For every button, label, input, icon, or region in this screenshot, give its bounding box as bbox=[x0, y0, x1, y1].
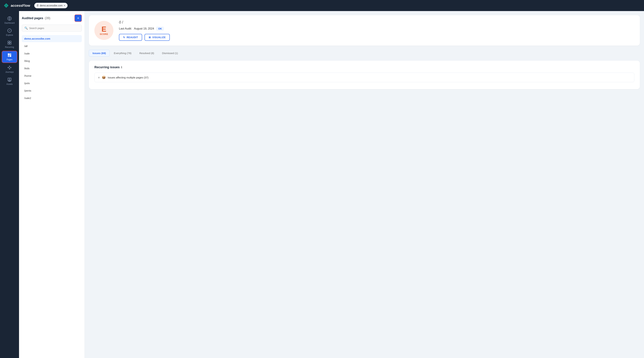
page-item-polo[interactable]: /polo bbox=[22, 80, 82, 87]
section-title: Recurring issues ℹ bbox=[94, 65, 634, 69]
pages-panel: Audited pages (39) + 🔍 demo.accessibe.co… bbox=[19, 11, 85, 358]
svg-point-21 bbox=[8, 67, 8, 68]
tab-label: Everything (78) bbox=[114, 52, 132, 55]
svg-rect-12 bbox=[8, 41, 9, 42]
page-item-kids[interactable]: /kids bbox=[22, 65, 82, 72]
sidebar-item-label: Explore bbox=[6, 34, 13, 36]
pages-header: Audited pages (39) + bbox=[22, 14, 82, 22]
domain-icon: ő bbox=[37, 4, 38, 7]
ok-badge: OK bbox=[156, 27, 164, 31]
page-path: /all bbox=[24, 44, 28, 47]
plus-icon: + bbox=[77, 16, 79, 20]
journeys-icon bbox=[7, 65, 12, 70]
sidebar: Dashboard Explore Recurring Pages bbox=[0, 11, 19, 358]
svg-rect-17 bbox=[8, 53, 10, 55]
page-item-sale[interactable]: /sale bbox=[22, 50, 82, 57]
last-audit-date: August 19, 2024 bbox=[134, 27, 154, 30]
tabs-bar: Issues (69) Everything (78) Resolved (8)… bbox=[89, 50, 640, 56]
sidebar-item-journeys[interactable]: Journeys bbox=[2, 64, 17, 75]
explore-icon bbox=[7, 28, 12, 33]
reaudit-button[interactable]: ↻ REAUDIT bbox=[119, 34, 142, 41]
tab-resolved[interactable]: Resolved (8) bbox=[136, 50, 158, 56]
topbar: accessFlow ő demo.accessibe.com ▾ bbox=[0, 0, 644, 11]
pages-icon bbox=[7, 53, 12, 57]
page-path: /blog bbox=[24, 59, 30, 62]
tab-issues[interactable]: Issues (69) bbox=[89, 50, 110, 56]
assets-icon bbox=[7, 77, 12, 82]
tab-everything[interactable]: Everything (78) bbox=[110, 50, 135, 56]
svg-rect-14 bbox=[8, 43, 9, 44]
page-path: /polo bbox=[24, 82, 30, 85]
issue-group-header[interactable]: ∨ 📦 Issues affecting multiple pages (37) bbox=[98, 75, 631, 79]
pages-count: (39) bbox=[45, 16, 50, 20]
svg-point-23 bbox=[10, 67, 11, 68]
audit-line: Last Audit: August 19, 2024 OK bbox=[119, 27, 634, 31]
svg-rect-19 bbox=[8, 55, 9, 57]
pages-list: demo.accessibe.com /all /sale /blog /kid… bbox=[22, 35, 82, 102]
tab-label: Issues (69) bbox=[92, 52, 106, 55]
issue-group-title: Issues affecting multiple pages (37) bbox=[108, 76, 148, 79]
tab-label: Dismissed (1) bbox=[162, 52, 178, 55]
recurring-issues-label: Recurring issues bbox=[94, 65, 120, 69]
sidebar-item-label: Dashboard bbox=[4, 22, 15, 24]
svg-point-32 bbox=[9, 79, 10, 80]
sidebar-item-pages[interactable]: Pages bbox=[2, 51, 17, 63]
logo-area: accessFlow bbox=[4, 3, 30, 8]
visualize-button[interactable]: ⊞ VISUALIZE bbox=[144, 34, 170, 41]
page-item-pents[interactable]: /pents bbox=[22, 87, 82, 94]
score-path: ő / bbox=[119, 20, 634, 24]
score-card: E SCORE ő / Last Audit: August 19, 2024 … bbox=[89, 15, 640, 46]
svg-rect-20 bbox=[10, 55, 11, 57]
sidebar-item-label: Recurring bbox=[5, 46, 14, 48]
svg-marker-7 bbox=[9, 30, 10, 31]
chevron-down-icon: ∨ bbox=[98, 76, 100, 79]
issue-group-icon: 📦 bbox=[102, 75, 106, 79]
search-input[interactable] bbox=[29, 27, 79, 29]
score-label: SCORE bbox=[100, 33, 108, 35]
sidebar-item-label: Journeys bbox=[5, 71, 14, 73]
last-audit-label: Last Audit: bbox=[119, 27, 132, 30]
score-circle: E SCORE bbox=[94, 21, 114, 40]
svg-rect-15 bbox=[10, 43, 11, 44]
search-icon: 🔍 bbox=[24, 26, 28, 30]
page-path: /sale bbox=[24, 52, 30, 55]
action-buttons: ↻ REAUDIT ⊞ VISUALIZE bbox=[119, 34, 634, 41]
tab-dismissed[interactable]: Dismissed (1) bbox=[158, 50, 182, 56]
app-name: accessFlow bbox=[11, 4, 30, 7]
info-icon: ℹ bbox=[121, 66, 122, 69]
search-box: 🔍 bbox=[22, 24, 82, 32]
score-info: ő / Last Audit: August 19, 2024 OK ↻ REA… bbox=[119, 20, 634, 41]
dashboard-icon bbox=[7, 16, 12, 21]
page-item-all[interactable]: /all bbox=[22, 42, 82, 49]
svg-point-22 bbox=[9, 66, 10, 66]
add-page-button[interactable]: + bbox=[74, 14, 82, 22]
sidebar-item-label: Assets bbox=[6, 83, 12, 85]
page-path: demo.accessibe.com bbox=[24, 37, 50, 40]
chevron-down-icon: ▾ bbox=[64, 4, 65, 7]
issue-group-multiple-pages[interactable]: ∨ 📦 Issues affecting multiple pages (37) bbox=[94, 72, 634, 82]
logo-icon bbox=[4, 3, 9, 8]
page-path: /sale2 bbox=[24, 97, 31, 99]
page-item-sale2[interactable]: /sale2 bbox=[22, 94, 82, 102]
visualize-label: VISUALIZE bbox=[152, 36, 166, 39]
svg-point-24 bbox=[9, 68, 10, 69]
page-item-blog[interactable]: /blog bbox=[22, 57, 82, 64]
sidebar-item-recurring[interactable]: Recurring bbox=[2, 39, 17, 50]
page-item-home[interactable]: /home bbox=[22, 72, 82, 79]
svg-point-3 bbox=[9, 18, 10, 19]
page-path: /home bbox=[24, 74, 32, 77]
sidebar-item-label: Pages bbox=[6, 58, 12, 61]
svg-rect-18 bbox=[10, 53, 11, 55]
page-item-domain[interactable]: demo.accessibe.com bbox=[22, 35, 82, 42]
pages-panel-title: Audited pages (39) bbox=[22, 16, 50, 20]
score-letter: E bbox=[102, 25, 106, 33]
page-path: /kids bbox=[24, 67, 30, 70]
recurring-icon bbox=[7, 40, 12, 45]
sidebar-item-explore[interactable]: Explore bbox=[2, 27, 17, 38]
page-path: /pents bbox=[24, 89, 31, 92]
domain-selector[interactable]: ő demo.accessibe.com ▾ bbox=[34, 3, 68, 8]
sidebar-item-assets[interactable]: Assets bbox=[2, 76, 17, 87]
main-content: E SCORE ő / Last Audit: August 19, 2024 … bbox=[85, 11, 644, 358]
tab-label: Resolved (8) bbox=[139, 52, 154, 55]
sidebar-item-dashboard[interactable]: Dashboard bbox=[2, 14, 17, 26]
